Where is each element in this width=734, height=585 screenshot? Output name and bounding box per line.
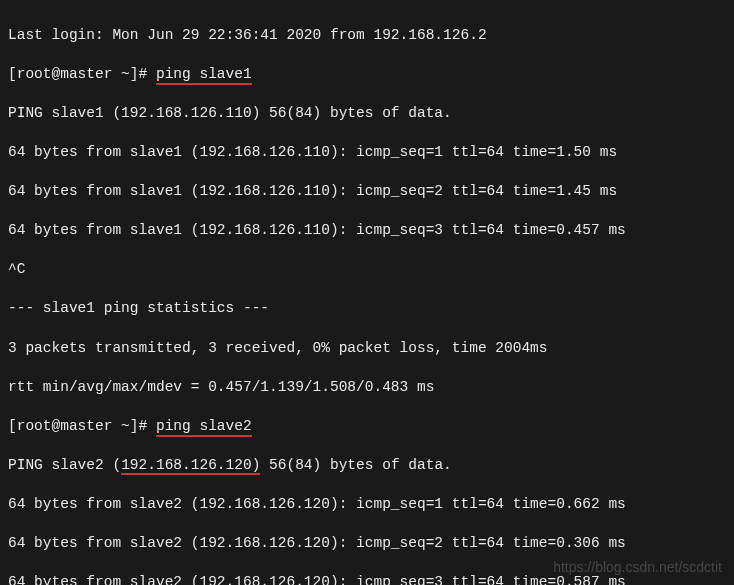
shell-prompt: [root@master ~]#: [8, 66, 156, 82]
stats-header: --- slave1 ping statistics ---: [8, 299, 726, 319]
stats-rtt: rtt min/avg/max/mdev = 0.457/1.139/1.508…: [8, 378, 726, 398]
ping-header: PING slave1 (192.168.126.110) 56(84) byt…: [8, 104, 726, 124]
ping-header-tail: 56(84) bytes of data.: [260, 457, 451, 473]
last-login-line: Last login: Mon Jun 29 22:36:41 2020 fro…: [8, 26, 726, 46]
ping-reply: 64 bytes from slave1 (192.168.126.110): …: [8, 182, 726, 202]
ping-reply: 64 bytes from slave2 (192.168.126.120): …: [8, 495, 726, 515]
prompt-line-2: [root@master ~]# ping slave2: [8, 417, 726, 437]
terminal-window[interactable]: Last login: Mon Jun 29 22:36:41 2020 fro…: [0, 0, 734, 585]
ping-reply: 64 bytes from slave2 (192.168.126.120): …: [8, 534, 726, 554]
ping-reply: 64 bytes from slave1 (192.168.126.110): …: [8, 221, 726, 241]
stats-summary: 3 packets transmitted, 3 received, 0% pa…: [8, 339, 726, 359]
command-text: ping slave1: [156, 66, 252, 85]
shell-prompt: [root@master ~]#: [8, 418, 156, 434]
ping-header: PING slave2 (192.168.126.120) 56(84) byt…: [8, 456, 726, 476]
ping-reply: 64 bytes from slave1 (192.168.126.110): …: [8, 143, 726, 163]
ping-reply: 64 bytes from slave2 (192.168.126.120): …: [8, 573, 726, 585]
ip-underlined: 192.168.126.120): [121, 457, 260, 475]
prompt-line-1: [root@master ~]# ping slave1: [8, 65, 726, 85]
ping-header-text: PING slave2 (: [8, 457, 121, 473]
command-text: ping slave2: [156, 418, 252, 437]
interrupt: ^C: [8, 260, 726, 280]
